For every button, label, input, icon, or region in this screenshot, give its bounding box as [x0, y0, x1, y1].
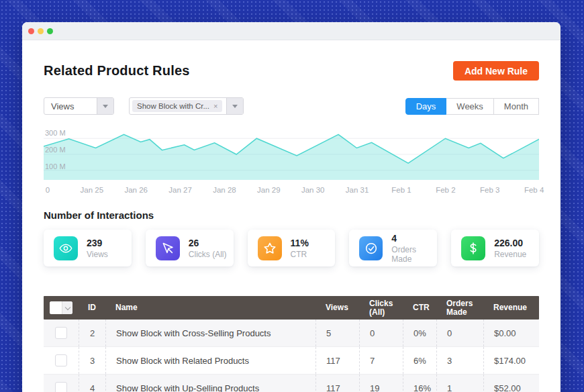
cell-views: 117 [315, 375, 359, 392]
stat-label: Views [87, 250, 108, 259]
dollar-icon [461, 236, 485, 260]
page-header: Related Product Rules Add New Rule [44, 61, 539, 81]
chart-x-axis-labels: 0Jan 25Jan 26Jan 27Jan 28Jan 29Jan 30Jan… [44, 186, 539, 195]
zoom-button[interactable] [47, 28, 53, 34]
period-tab[interactable]: Weeks [446, 98, 494, 115]
row-checkbox[interactable] [55, 382, 67, 392]
chevron-down-icon[interactable] [97, 98, 113, 114]
table-row: 2 Show Block with Cross-Selling Products… [44, 320, 539, 347]
stat-value: 239 [87, 238, 108, 248]
filter-tag: Show Block with Cr... × [132, 100, 222, 112]
y-axis-tick: 200 M [45, 146, 66, 154]
chevron-down-icon[interactable] [226, 98, 243, 114]
y-axis-tick: 100 M [45, 163, 66, 170]
table-row: 4 Show Block with Up-Selling Products 11… [44, 375, 539, 392]
page-title: Related Product Rules [44, 63, 190, 79]
metric-select-value: Views [44, 101, 97, 111]
column-header-ctr: CTR [403, 296, 436, 320]
select-all-control[interactable] [50, 301, 72, 314]
area-chart-canvas [44, 129, 539, 180]
rule-filter-select[interactable]: Show Block with Cr... × [129, 97, 244, 115]
cell-revenue: $0.00 [483, 320, 539, 346]
row-checkbox[interactable] [55, 354, 67, 366]
column-header-name: Name [105, 296, 315, 320]
column-header-views: Views [315, 296, 359, 320]
stat-value: 4 [391, 233, 437, 244]
cell-ctr: 6% [403, 347, 436, 374]
cell-name: Show Block with Related Products [105, 347, 315, 374]
x-axis-tick: Jan 27 [168, 186, 192, 194]
stat-label: CTR [291, 250, 309, 259]
star-icon [258, 236, 282, 260]
remove-tag-icon[interactable]: × [213, 102, 217, 110]
stat-text: 4 Orders Made [391, 233, 437, 264]
cell-ctr: 0% [403, 320, 436, 346]
x-axis-tick: Feb 4 [524, 186, 544, 194]
y-axis-tick: 300 M [45, 130, 66, 137]
rules-table: ID Name Views Clicks (All) CTR Orders Ma… [44, 296, 539, 392]
period-tabs: DaysWeeksMonth [405, 98, 539, 115]
stat-label: Clicks (All) [189, 250, 227, 259]
x-axis-tick: 0 [46, 186, 50, 194]
x-axis-tick: Jan 29 [257, 186, 281, 194]
stat-card: 226.00 Revenue [451, 230, 539, 266]
table-row: 3 Show Block with Related Products 117 7… [44, 347, 539, 375]
filter-row: Views Show Block with Cr... × DaysWeeksM… [44, 97, 539, 115]
x-axis-tick: Jan 30 [301, 186, 325, 194]
stat-card: 4 Orders Made [349, 230, 437, 266]
chevron-down-icon[interactable] [62, 301, 72, 314]
cell-clicks: 7 [359, 347, 403, 374]
app-window: Related Product Rules Add New Rule Views… [22, 22, 561, 392]
add-new-rule-button[interactable]: Add New Rule [453, 61, 539, 81]
cell-views: 5 [315, 320, 359, 346]
cell-revenue: $174.00 [483, 347, 539, 374]
x-axis-tick: Jan 31 [346, 186, 369, 194]
stat-text: 239 Views [87, 238, 108, 259]
column-header-orders: Orders Made [436, 296, 483, 320]
x-axis-tick: Jan 26 [124, 186, 148, 194]
period-tab[interactable]: Month [494, 98, 539, 115]
x-axis-tick: Feb 2 [436, 186, 455, 194]
column-header-id: ID [79, 296, 105, 320]
metric-select[interactable]: Views [44, 97, 114, 115]
row-checkbox[interactable] [55, 327, 67, 339]
column-header-revenue: Revenue [483, 296, 539, 320]
stat-text: 26 Clicks (All) [189, 238, 227, 259]
table-header-row: ID Name Views Clicks (All) CTR Orders Ma… [44, 296, 539, 320]
cursor-icon [156, 236, 180, 260]
cell-id: 3 [79, 347, 105, 374]
filter-tag-label: Show Block with Cr... [137, 102, 209, 110]
x-axis-tick: Jan 25 [81, 186, 104, 194]
stat-text: 11% CTR [291, 238, 309, 259]
cell-clicks: 19 [359, 375, 403, 392]
cell-views: 117 [315, 347, 359, 374]
cell-id: 2 [79, 320, 105, 346]
check-circle-icon [359, 236, 383, 260]
cell-name: Show Block with Cross-Selling Products [105, 320, 315, 346]
x-axis-tick: Jan 28 [213, 186, 236, 194]
cell-name: Show Block with Up-Selling Products [105, 375, 315, 392]
eye-icon [54, 236, 78, 260]
stat-card: 11% CTR [248, 230, 336, 266]
cell-id: 4 [79, 375, 105, 392]
x-axis-tick: Feb 3 [480, 186, 499, 194]
cell-clicks: 0 [359, 320, 403, 346]
stat-text: 226.00 Revenue [494, 238, 526, 259]
cell-orders: 3 [436, 347, 483, 374]
minimize-button[interactable] [38, 28, 44, 34]
stat-card: 239 Views [44, 230, 132, 266]
window-titlebar [22, 22, 561, 40]
stat-label: Revenue [494, 250, 526, 259]
stat-label: Orders Made [391, 245, 437, 264]
cell-orders: 0 [436, 320, 483, 346]
column-header-clicks: Clicks (All) [359, 296, 403, 320]
stat-cards: 239 Views 26 Clicks (All) 11% CTR [44, 230, 539, 266]
interactions-heading: Number of Interactions [44, 209, 539, 221]
stat-value: 26 [189, 238, 227, 248]
stat-card: 26 Clicks (All) [146, 230, 234, 266]
period-tab[interactable]: Days [405, 98, 447, 115]
cell-orders: 1 [436, 375, 483, 392]
cell-ctr: 16% [403, 375, 436, 392]
select-all-checkbox[interactable] [50, 301, 62, 314]
close-button[interactable] [28, 28, 34, 34]
